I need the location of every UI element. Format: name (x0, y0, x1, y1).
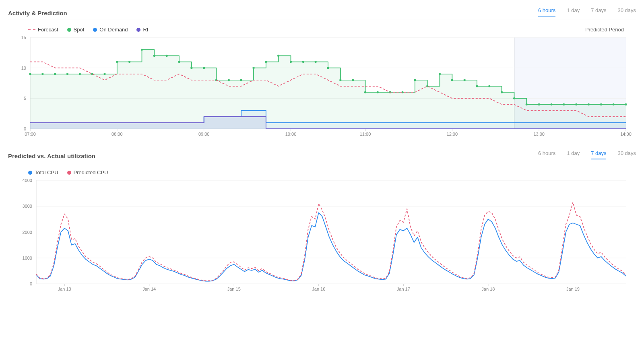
svg-text:Jan 16: Jan 16 (312, 287, 325, 291)
legend-total-cpu: Total CPU (28, 169, 58, 176)
legend-on-demand-label: On Demand (99, 27, 128, 33)
svg-text:4000: 4000 (23, 178, 32, 183)
svg-point-28 (41, 73, 43, 75)
svg-text:Jan 14: Jan 14 (142, 287, 156, 291)
svg-text:Jan 17: Jan 17 (397, 287, 410, 291)
total-cpu-swatch-icon (28, 171, 32, 175)
svg-point-29 (54, 73, 56, 75)
utilization-chart-wrap: Total CPU Predicted CPU 0100020003000400… (8, 169, 636, 294)
tab-util-7-days[interactable]: 7 days (591, 150, 606, 159)
predicted-period-label: Predicted Period (585, 27, 624, 33)
legend-forecast-label: Forecast (38, 27, 58, 33)
svg-point-50 (315, 61, 317, 63)
svg-text:11:00: 11:00 (360, 132, 371, 136)
activity-chart-wrap: Predicted Period Forecast Spot On Demand… (8, 27, 636, 139)
svg-point-73 (600, 103, 602, 105)
svg-point-55 (377, 91, 379, 93)
predicted-cpu-swatch-icon (67, 171, 71, 175)
svg-point-72 (588, 103, 590, 105)
svg-text:Jan 18: Jan 18 (481, 287, 495, 291)
svg-point-46 (265, 61, 267, 63)
legend-ri: RI (136, 27, 148, 33)
svg-point-44 (240, 79, 242, 81)
activity-header: Activity & Prediction 6 hours 1 day 7 da… (8, 7, 636, 19)
activity-panel: Activity & Prediction 6 hours 1 day 7 da… (0, 0, 644, 143)
utilization-legend: Total CPU Predicted CPU (28, 169, 636, 176)
tab-7-days[interactable]: 7 days (591, 7, 606, 17)
svg-point-70 (563, 103, 565, 105)
forecast-swatch-icon (28, 29, 35, 30)
svg-text:14:00: 14:00 (620, 132, 632, 136)
utilization-tabs: 6 hours 1 day 7 days 30 days (538, 150, 636, 159)
svg-point-66 (513, 97, 515, 99)
ri-swatch-icon (136, 28, 140, 32)
svg-text:3000: 3000 (23, 204, 32, 209)
svg-point-53 (352, 79, 354, 81)
legend-on-demand: On Demand (93, 27, 128, 33)
tab-30-days[interactable]: 30 days (617, 7, 636, 17)
svg-text:5: 5 (24, 96, 26, 101)
legend-predicted-cpu-label: Predicted CPU (74, 169, 108, 176)
legend-spot-label: Spot (74, 27, 85, 33)
svg-point-52 (339, 79, 341, 81)
svg-point-60 (439, 73, 441, 75)
on-demand-swatch-icon (93, 28, 97, 32)
svg-text:Jan 19: Jan 19 (566, 287, 580, 291)
svg-point-31 (79, 73, 81, 75)
svg-text:09:00: 09:00 (198, 132, 210, 136)
utilization-panel: Predicted vs. Actual utilization 6 hours… (0, 143, 644, 298)
tab-1-day[interactable]: 1 day (567, 7, 580, 17)
tab-util-6-hours[interactable]: 6 hours (538, 150, 555, 159)
svg-point-74 (613, 103, 615, 105)
svg-point-30 (66, 73, 68, 75)
utilization-title: Predicted vs. Actual utilization (8, 153, 95, 159)
legend-spot: Spot (67, 27, 85, 33)
svg-point-62 (464, 79, 466, 81)
svg-point-75 (625, 103, 627, 105)
legend-forecast: Forecast (28, 27, 58, 33)
svg-text:Jan 15: Jan 15 (227, 287, 241, 291)
tab-util-30-days[interactable]: 30 days (617, 150, 636, 159)
svg-point-47 (277, 55, 279, 57)
svg-point-38 (166, 55, 168, 57)
tab-6-hours[interactable]: 6 hours (538, 7, 555, 17)
svg-point-64 (488, 85, 490, 87)
legend-total-cpu-label: Total CPU (35, 169, 58, 176)
svg-point-37 (153, 55, 155, 57)
svg-point-68 (538, 103, 540, 105)
svg-point-48 (290, 61, 292, 63)
svg-point-58 (414, 79, 416, 81)
svg-point-71 (575, 103, 577, 105)
svg-point-61 (451, 79, 453, 81)
activity-legend: Forecast Spot On Demand RI (28, 27, 636, 33)
svg-text:15: 15 (21, 35, 26, 40)
activity-title: Activity & Prediction (8, 10, 67, 17)
svg-point-43 (228, 79, 230, 81)
svg-point-49 (302, 61, 304, 63)
svg-point-45 (252, 67, 254, 69)
svg-text:13:00: 13:00 (533, 132, 545, 136)
activity-chart: 05101507:0008:0009:0010:0011:0012:0013:0… (8, 34, 636, 139)
svg-text:2000: 2000 (23, 230, 32, 235)
activity-tabs: 6 hours 1 day 7 days 30 days (538, 7, 636, 17)
legend-predicted-cpu: Predicted CPU (67, 169, 108, 176)
svg-point-34 (116, 61, 118, 63)
tab-util-1-day[interactable]: 1 day (567, 150, 580, 159)
svg-text:0: 0 (24, 126, 26, 131)
svg-point-39 (178, 61, 180, 63)
svg-point-35 (128, 61, 130, 63)
svg-text:12:00: 12:00 (447, 132, 458, 136)
svg-text:10: 10 (21, 66, 26, 70)
svg-text:1000: 1000 (23, 256, 32, 260)
svg-text:10:00: 10:00 (285, 132, 297, 136)
svg-text:08:00: 08:00 (111, 132, 123, 136)
svg-text:07:00: 07:00 (25, 132, 36, 136)
svg-point-67 (526, 103, 528, 105)
svg-text:0: 0 (30, 281, 32, 286)
svg-point-41 (203, 67, 205, 69)
svg-point-65 (501, 91, 503, 93)
svg-point-33 (103, 73, 105, 75)
svg-point-40 (190, 67, 192, 69)
legend-ri-label: RI (143, 27, 148, 33)
utilization-chart: 01000200030004000Jan 13Jan 14Jan 15Jan 1… (8, 177, 636, 294)
